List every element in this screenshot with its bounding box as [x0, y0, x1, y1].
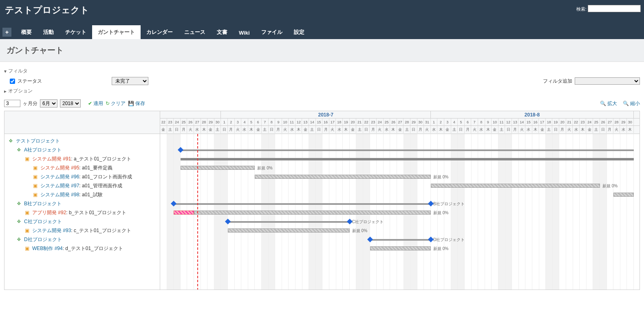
tree-row[interactable]: ❖D社プロジェクト	[6, 235, 158, 244]
tree-row[interactable]: ▣システム開発 #98: a01_試験	[6, 190, 158, 199]
tab-6[interactable]: 文書	[211, 25, 233, 39]
tab-8[interactable]: ファイル	[256, 25, 288, 39]
day-column	[478, 134, 485, 290]
tree-row[interactable]: ▣システム開発 #97: a01_管理画面作成	[6, 181, 158, 190]
status-select[interactable]: 未完了	[112, 77, 148, 85]
dow-header: 金	[586, 126, 593, 133]
tree-link[interactable]: A社プロジェクト	[24, 147, 62, 154]
tree-row[interactable]: ▣システム開発 #93: c_テスト01_プロジェクト	[6, 226, 158, 235]
dow-header: 日	[410, 126, 417, 133]
tree-row[interactable]: ▣システム開発 #96: a01_フロント画面作成	[6, 172, 158, 181]
tree-link[interactable]: B社プロジェクト	[24, 200, 62, 207]
month-header: 2018-8	[431, 111, 634, 118]
tab-7[interactable]: Wiki	[233, 26, 256, 39]
project-icon: ❖	[9, 138, 14, 144]
apply-button[interactable]: ✔ 適用	[88, 100, 103, 107]
day-header: 5	[248, 119, 255, 125]
tree-link[interactable]: D社プロジェクト	[24, 236, 62, 243]
tree-row[interactable]: ❖テストプロジェクト	[6, 136, 158, 145]
new-tab-button[interactable]: +	[2, 28, 11, 37]
year-select[interactable]: 2018	[60, 99, 81, 108]
day-header: 20	[350, 119, 357, 125]
task-bar[interactable]	[370, 246, 431, 250]
search-input[interactable]	[588, 5, 641, 12]
save-button[interactable]: 💾 保存	[128, 100, 145, 107]
project-icon: ❖	[17, 201, 22, 206]
tree-row[interactable]: ▣WEB制作 #94: d_テスト01_プロジェクト	[6, 244, 158, 253]
options-toggle[interactable]: ▸ オプション	[4, 88, 640, 94]
dow-header: 月	[417, 126, 424, 133]
months-input[interactable]	[4, 100, 20, 107]
day-column	[472, 134, 479, 290]
filter-toggle[interactable]: ▾ フィルタ	[4, 68, 640, 75]
day-header: 13	[302, 119, 309, 125]
tree-row[interactable]: ▣システム開発 #95: a01_要件定義	[6, 163, 158, 172]
tree-row[interactable]: ❖B社プロジェクト	[6, 199, 158, 208]
day-column	[620, 134, 627, 290]
task-bar[interactable]	[194, 211, 431, 215]
dow-header: 日	[316, 126, 323, 133]
dow-header: 水	[336, 126, 343, 133]
tab-1[interactable]: 活動	[37, 25, 60, 39]
tree-link[interactable]: WEB制作 #94	[32, 245, 63, 252]
dow-header: 木	[248, 126, 255, 133]
tree-link[interactable]: システム開発 #98	[40, 191, 79, 198]
tree-link[interactable]: C社プロジェクト	[24, 218, 62, 225]
task-bar[interactable]	[181, 166, 255, 170]
month-select[interactable]: 6月	[40, 99, 57, 108]
tab-5[interactable]: ニュース	[179, 25, 211, 39]
tree-link[interactable]: システム開発 #91	[32, 156, 71, 162]
tree-link[interactable]: システム開発 #96	[40, 173, 79, 180]
dow-header: 日	[458, 126, 465, 133]
clear-button[interactable]: ↻ クリア	[106, 100, 126, 107]
status-checkbox[interactable]	[10, 79, 15, 84]
day-header: 19	[343, 119, 350, 125]
task-bar[interactable]	[174, 211, 194, 215]
day-column	[580, 134, 587, 290]
task-bar[interactable]	[255, 175, 431, 179]
tab-9[interactable]: 設定	[288, 25, 310, 39]
day-header: 26	[187, 119, 194, 125]
tree-link[interactable]: システム開発 #97	[40, 182, 79, 189]
day-header: 22	[160, 119, 167, 125]
tab-2[interactable]: チケット	[60, 25, 92, 39]
tab-0[interactable]: 概要	[15, 25, 37, 39]
dow-header: 土	[262, 126, 269, 133]
tab-3[interactable]: ガントチャート	[92, 25, 141, 39]
tree-link[interactable]: アプリ開発 #92	[32, 209, 66, 216]
tree-link[interactable]: システム開発 #95	[40, 165, 79, 171]
tree-row[interactable]: ❖C社プロジェクト	[6, 217, 158, 226]
tree-row[interactable]: ▣システム開発 #91: a_テスト01_プロジェクト	[6, 154, 158, 163]
dow-header: 土	[404, 126, 410, 133]
tree-link: : a01_管理画面作成	[79, 182, 122, 189]
task-bar[interactable]	[613, 193, 634, 197]
dow-header: 月	[370, 126, 377, 133]
tree-row[interactable]: ❖A社プロジェクト	[6, 145, 158, 154]
tab-4[interactable]: カレンダー	[141, 25, 179, 39]
dow-header: 木	[485, 126, 492, 133]
day-header: 6	[255, 119, 262, 125]
tracker-icon: ▣	[25, 210, 31, 215]
filter-add-select[interactable]	[575, 77, 640, 85]
day-header: 17	[329, 119, 336, 125]
day-header: 19	[552, 119, 559, 125]
task-bar[interactable]	[431, 184, 600, 188]
day-column	[539, 134, 546, 290]
tree-header	[4, 111, 160, 134]
dow-header: 月	[607, 126, 613, 133]
day-column	[465, 134, 472, 290]
timeline-header: 2018-72018-8 222324252627282930123456789…	[160, 111, 640, 134]
zoom-in-icon: 🔍	[600, 101, 606, 106]
tree-link[interactable]: システム開発 #93	[32, 227, 71, 234]
task-bar[interactable]	[228, 228, 350, 233]
day-column	[587, 134, 593, 290]
zoom-out-button[interactable]: 🔍 縮小	[623, 100, 640, 107]
dow-header: 金	[539, 126, 546, 133]
zoom-in-button[interactable]: 🔍 拡大	[600, 100, 617, 107]
task-bar[interactable]	[181, 158, 634, 160]
tree-link[interactable]: テストプロジェクト	[16, 138, 60, 145]
project-tree: ❖テストプロジェクト❖A社プロジェクト▣システム開発 #91: a_テスト01_…	[4, 134, 160, 255]
day-column	[559, 134, 566, 290]
dow-header: 木	[201, 126, 208, 133]
tree-row[interactable]: ▣アプリ開発 #92: b_テスト01_プロジェクト	[6, 208, 158, 217]
